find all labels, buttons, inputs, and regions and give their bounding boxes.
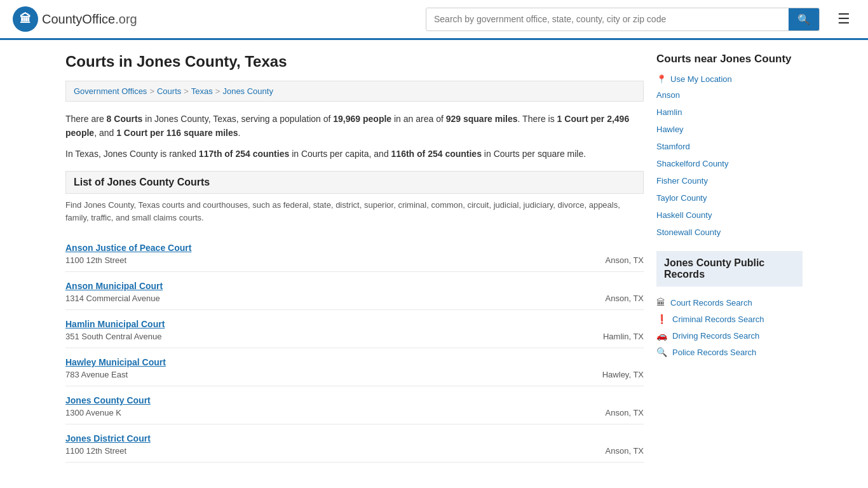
pr-icon: ❗ — [656, 314, 667, 324]
court-entry: Anson Municipal Court 1314 Commercial Av… — [65, 272, 644, 310]
sidebar-nearby-link-item[interactable]: Stonewall County — [656, 224, 803, 241]
public-record-item: 🚗 Driving Records Search — [656, 327, 803, 344]
pr-icon: 🚗 — [656, 330, 667, 341]
list-heading: List of Jones County Courts — [65, 171, 644, 194]
court-name[interactable]: Anson Municipal Court — [65, 281, 163, 291]
sidebar-nearby-link-item[interactable]: Taylor County — [656, 189, 803, 207]
sidebar-nearby-link-item[interactable]: Fisher County — [656, 172, 803, 189]
sidebar-nearby-link[interactable]: Anson — [656, 88, 803, 102]
menu-button[interactable]: ☰ — [832, 8, 855, 30]
main-container: Courts in Jones County, Texas Government… — [53, 40, 815, 475]
court-name[interactable]: Jones County Court — [65, 395, 151, 405]
court-name[interactable]: Hamlin Municipal Court — [65, 319, 165, 329]
use-location-link[interactable]: Use My Location — [670, 74, 732, 84]
search-input[interactable] — [426, 8, 789, 30]
court-address: 783 Avenue East — [65, 370, 128, 379]
court-name[interactable]: Jones District Court — [65, 433, 151, 444]
court-row: 1100 12th Street Anson, TX — [65, 255, 644, 265]
court-location: Anson, TX — [606, 255, 644, 265]
court-entry: Anson Justice of Peace Court 1100 12th S… — [65, 234, 644, 272]
pr-icon: 🔍 — [656, 347, 667, 357]
sidebar: Courts near Jones County 📍 Use My Locati… — [656, 53, 803, 463]
court-name[interactable]: Anson Justice of Peace Court — [65, 243, 191, 253]
search-bar: 🔍 — [426, 8, 820, 31]
court-location: Anson, TX — [606, 294, 644, 303]
breadcrumb: Government Offices > Courts > Texas > Jo… — [65, 81, 644, 102]
public-record-item: 🏛 Court Records Search — [656, 294, 803, 311]
court-address: 1314 Commercial Avenue — [65, 294, 160, 303]
logo-text: CountyOffice.org — [42, 12, 137, 27]
sidebar-nearby-link[interactable]: Taylor County — [656, 191, 803, 205]
sidebar-nearby-link-item[interactable]: Shackelford County — [656, 155, 803, 172]
pr-link[interactable]: Driving Records Search — [672, 331, 759, 341]
public-records-list: 🏛 Court Records Search ❗ Criminal Record… — [656, 294, 803, 360]
sidebar-nearby-link[interactable]: Hawley — [656, 123, 803, 136]
court-address: 1100 12th Street — [65, 255, 126, 265]
logo-link[interactable]: 🏛 CountyOffice.org — [13, 6, 137, 32]
sidebar-nearby-link[interactable]: Hamlin — [656, 105, 803, 119]
sidebar-nearby-link[interactable]: Haskell County — [656, 208, 803, 222]
sidebar-nearby-link[interactable]: Shackelford County — [656, 157, 803, 170]
stats-paragraph-2: In Texas, Jones County is ranked 117th o… — [65, 147, 644, 161]
page-title: Courts in Jones County, Texas — [65, 53, 644, 71]
court-row: 1314 Commercial Avenue Anson, TX — [65, 294, 644, 303]
sidebar-nearby-link-item[interactable]: Haskell County — [656, 207, 803, 224]
sidebar-nearby-link-item[interactable]: Stamford — [656, 138, 803, 155]
court-address: 1300 Avenue K — [65, 408, 121, 417]
breadcrumb-texas[interactable]: Texas — [191, 86, 213, 96]
find-text: Find Jones County, Texas courts and cour… — [65, 199, 644, 224]
public-record-item: 🔍 Police Records Search — [656, 344, 803, 360]
court-entry: Hawley Municipal Court 783 Avenue East H… — [65, 348, 644, 386]
public-record-item: ❗ Criminal Records Search — [656, 311, 803, 327]
search-button[interactable]: 🔍 — [789, 8, 819, 30]
pr-link[interactable]: Court Records Search — [670, 298, 752, 308]
court-row: 1300 Avenue K Anson, TX — [65, 408, 644, 417]
use-location-item[interactable]: 📍 Use My Location — [656, 72, 803, 86]
sidebar-nearby-link[interactable]: Stamford — [656, 140, 803, 153]
court-row: 1100 12th Street Anson, TX — [65, 446, 644, 456]
sidebar-nearby-link[interactable]: Stonewall County — [656, 226, 803, 239]
court-entry: Hamlin Municipal Court 351 South Central… — [65, 310, 644, 348]
logo-icon: 🏛 — [13, 6, 38, 32]
sidebar-nearby-link-item[interactable]: Hamlin — [656, 104, 803, 121]
sidebar-nearby-link-item[interactable]: Anson — [656, 86, 803, 104]
court-entry: Jones District Court 1100 12th Street An… — [65, 424, 644, 463]
nearby-links-container: AnsonHamlinHawleyStamfordShackelford Cou… — [656, 86, 803, 241]
sidebar-nearby-link[interactable]: Fisher County — [656, 174, 803, 187]
court-location: Anson, TX — [606, 446, 644, 456]
location-icon: 📍 — [656, 74, 667, 84]
pr-icon: 🏛 — [656, 297, 665, 308]
breadcrumb-courts[interactable]: Courts — [157, 86, 181, 96]
court-address: 351 South Central Avenue — [65, 332, 162, 341]
public-records-section: Jones County Public Records 🏛 Court Reco… — [656, 251, 803, 360]
court-row: 351 South Central Avenue Hamlin, TX — [65, 332, 644, 341]
court-address: 1100 12th Street — [65, 446, 126, 456]
breadcrumb-gov-offices[interactable]: Government Offices — [74, 86, 147, 96]
content-area: Courts in Jones County, Texas Government… — [65, 53, 644, 463]
pr-link[interactable]: Police Records Search — [672, 348, 756, 357]
courts-list: Anson Justice of Peace Court 1100 12th S… — [65, 234, 644, 463]
public-records-title: Jones County Public Records — [656, 251, 803, 287]
court-location: Hamlin, TX — [603, 332, 644, 341]
sidebar-nearby-title: Courts near Jones County — [656, 53, 803, 65]
pr-link[interactable]: Criminal Records Search — [672, 315, 764, 324]
court-entry: Jones County Court 1300 Avenue K Anson, … — [65, 386, 644, 424]
stats-paragraph-1: There are 8 Courts in Jones County, Texa… — [65, 112, 644, 140]
court-name[interactable]: Hawley Municipal Court — [65, 357, 166, 367]
court-location: Hawley, TX — [602, 370, 644, 379]
sidebar-nearby-link-item[interactable]: Hawley — [656, 121, 803, 138]
breadcrumb-jones-county[interactable]: Jones County — [222, 86, 273, 96]
court-row: 783 Avenue East Hawley, TX — [65, 370, 644, 379]
court-location: Anson, TX — [606, 408, 644, 417]
header: 🏛 CountyOffice.org 🔍 ☰ — [0, 0, 868, 40]
